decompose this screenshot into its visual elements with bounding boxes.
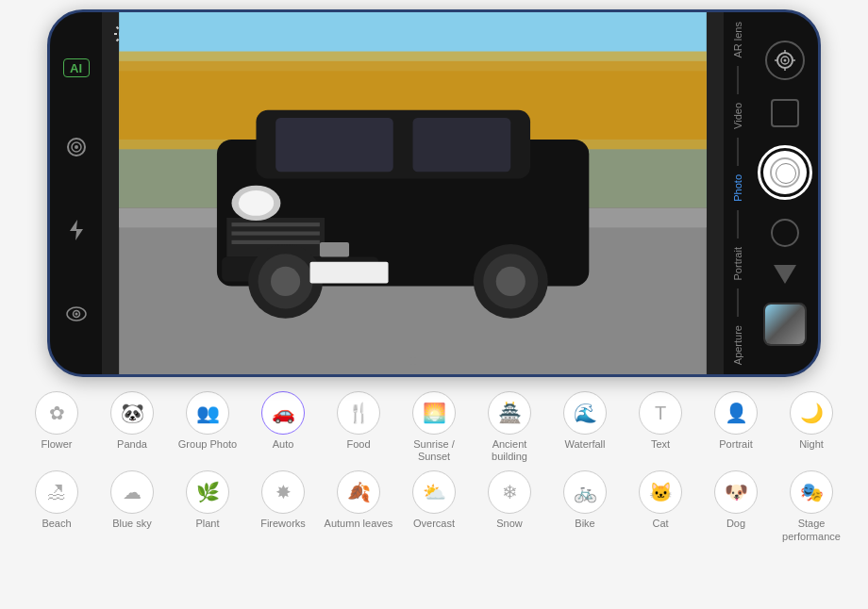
icon-label-cat: Cat	[652, 518, 668, 530]
icon-label-portrait: Portrait	[719, 438, 752, 451]
icon-item-fireworks[interactable]: ✸Fireworks	[248, 470, 319, 530]
mode-ar-lens[interactable]: AR lens	[732, 19, 743, 61]
camera-left-panel: AI	[50, 12, 102, 374]
icon-item-waterfall[interactable]: 🌊Waterfall	[550, 391, 621, 451]
icon-item-portrait[interactable]: 👤Portrait	[701, 391, 772, 451]
icon-circle-auto: 🚗	[261, 391, 305, 435]
lens-selector-icon[interactable]	[62, 133, 91, 161]
svg-rect-20	[232, 222, 320, 226]
svg-point-29	[271, 267, 300, 296]
svg-marker-3	[70, 220, 83, 240]
mode-divider-4	[737, 288, 739, 317]
icon-label-plant: Plant	[195, 518, 219, 530]
ai-scene-detection-icons: ✿Flower🐼Panda👥Group Photo🚗Auto🍴Food🌅Sunr…	[0, 377, 868, 543]
svg-point-2	[75, 145, 78, 149]
icon-label-ancient-building: Ancient building	[475, 438, 545, 463]
mode-divider-2	[737, 138, 739, 166]
icon-circle-stage-performance: 🎭	[790, 470, 833, 514]
icon-circle-beach: 🏖	[35, 470, 78, 514]
svg-rect-26	[320, 242, 349, 257]
icon-label-group-photo: Group Photo	[178, 438, 237, 451]
svg-point-36	[784, 59, 787, 62]
icon-label-beach: Beach	[42, 518, 71, 530]
focus-dot	[409, 357, 417, 365]
icon-item-autumn-leaves[interactable]: 🍂Autumn leaves	[324, 470, 394, 530]
icon-circle-ancient-building: 🏯	[488, 391, 531, 435]
svg-rect-33	[310, 262, 389, 284]
svg-point-6	[75, 312, 77, 315]
mode-portrait[interactable]: Portrait	[732, 244, 743, 283]
icon-label-autumn-leaves: Autumn leaves	[325, 518, 393, 530]
icon-item-text[interactable]: TText	[626, 391, 696, 451]
icon-item-dog[interactable]: 🐶Dog	[701, 470, 772, 530]
icon-item-group-photo[interactable]: 👥Group Photo	[173, 391, 243, 451]
icon-label-flower: Flower	[41, 438, 72, 451]
icon-label-waterfall: Waterfall	[565, 438, 606, 451]
shutter-button[interactable]	[758, 145, 812, 200]
icon-item-sunrise-sunset[interactable]: 🌅Sunrise / Sunset	[399, 391, 470, 463]
mode-photo[interactable]: Photo	[732, 172, 743, 205]
icon-label-blue-sky: Blue sky	[112, 518, 152, 530]
icon-item-flower[interactable]: ✿Flower	[22, 391, 92, 451]
svg-point-32	[496, 267, 526, 296]
svg-rect-17	[275, 118, 393, 172]
icon-item-cat[interactable]: 🐱Cat	[626, 470, 696, 530]
svg-point-24	[239, 190, 274, 216]
icon-item-auto[interactable]: 🚗Auto	[248, 391, 319, 451]
icon-item-panda[interactable]: 🐼Panda	[97, 391, 168, 451]
icon-label-night: Night	[799, 438, 824, 451]
icon-label-overcast: Overcast	[413, 518, 455, 530]
icon-label-auto: Auto	[273, 438, 294, 451]
icon-label-bike: Bike	[575, 518, 594, 530]
mode-video[interactable]: Video	[732, 100, 743, 132]
svg-rect-18	[413, 118, 511, 172]
mode-aperture[interactable]: Aperture	[732, 322, 743, 368]
icon-circle-plant: 🌿	[186, 470, 229, 514]
icon-item-food[interactable]: 🍴Food	[324, 391, 394, 451]
square-button[interactable]	[771, 99, 799, 127]
icon-label-sunrise-sunset: Sunrise / Sunset	[399, 438, 470, 463]
icon-item-overcast[interactable]: ⛅Overcast	[399, 470, 470, 530]
icon-circle-fireworks: ✸	[261, 470, 305, 514]
icon-circle-text: T	[639, 391, 682, 435]
icon-label-stage-performance: Stage performance	[776, 518, 847, 542]
icon-circle-autumn-leaves: 🍂	[337, 470, 380, 514]
mode-divider-3	[737, 210, 739, 239]
icon-item-blue-sky[interactable]: ☁Blue sky	[97, 470, 168, 530]
last-photo-thumbnail[interactable]	[763, 303, 807, 346]
icon-circle-group-photo: 👥	[186, 391, 229, 435]
icon-item-snow[interactable]: ❄Snow	[475, 470, 545, 530]
circle-button[interactable]	[771, 219, 799, 247]
thumbnail-image	[765, 304, 805, 344]
icon-label-food: Food	[346, 438, 370, 451]
icon-item-plant[interactable]: 🌿Plant	[173, 470, 243, 530]
icon-circle-waterfall: 🌊	[563, 391, 607, 435]
icon-circle-panda: 🐼	[110, 391, 154, 435]
back-button[interactable]	[774, 265, 796, 284]
icon-circle-bike: 🚲	[563, 470, 607, 514]
icon-label-fireworks: Fireworks	[260, 518, 306, 530]
icon-item-bike[interactable]: 🚲Bike	[550, 470, 621, 530]
icon-item-stage-performance[interactable]: 🎭Stage performance	[776, 470, 847, 542]
icon-label-panda: Panda	[117, 438, 147, 451]
selfie-camera-button[interactable]	[765, 41, 805, 80]
camera-right-panel: AR lens Video Photo Portrait Aperture	[724, 12, 818, 374]
svg-rect-22	[232, 240, 320, 244]
icon-item-night[interactable]: 🌙Night	[776, 391, 847, 451]
icon-label-text: Text	[651, 438, 670, 451]
icon-circle-flower: ✿	[35, 391, 78, 435]
icon-circle-sunrise-sunset: 🌅	[412, 391, 456, 435]
icon-label-dog: Dog	[726, 518, 745, 530]
camera-mode-strip: AR lens Video Photo Portrait Aperture	[724, 12, 752, 374]
camera-right-controls	[753, 26, 817, 360]
svg-rect-21	[232, 231, 320, 235]
eye-icon[interactable]	[62, 300, 91, 328]
icon-item-beach[interactable]: 🏖Beach	[22, 470, 92, 530]
flash-icon[interactable]	[62, 216, 91, 244]
icon-item-ancient-building[interactable]: 🏯Ancient building	[475, 391, 545, 463]
camera-viewport	[102, 12, 724, 374]
ai-icon[interactable]: AI	[63, 58, 90, 77]
phone: AI	[47, 9, 821, 377]
icons-row-2: 🏖Beach☁Blue sky🌿Plant✸Fireworks🍂Autumn l…	[19, 470, 849, 542]
shutter-inner	[763, 151, 807, 194]
